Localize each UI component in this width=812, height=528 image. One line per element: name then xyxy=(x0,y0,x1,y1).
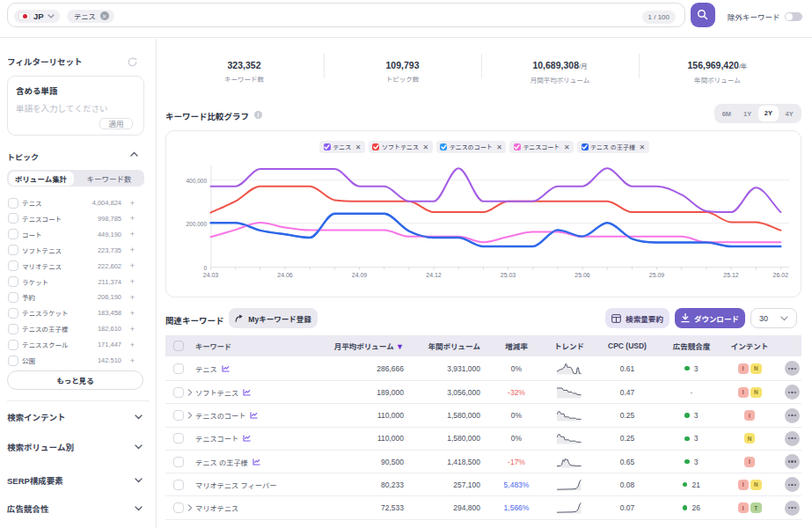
svg-text:200,000: 200,000 xyxy=(187,221,208,227)
svg-text:24.06: 24.06 xyxy=(277,272,293,278)
svg-text:400,000: 400,000 xyxy=(187,178,208,184)
svg-text:26.02: 26.02 xyxy=(773,272,789,278)
svg-text:24.12: 24.12 xyxy=(426,272,442,278)
svg-text:25.12: 25.12 xyxy=(723,272,739,278)
svg-text:25.03: 25.03 xyxy=(501,272,516,278)
svg-text:25.06: 25.06 xyxy=(574,272,590,278)
svg-text:0: 0 xyxy=(203,265,207,271)
svg-text:24.09: 24.09 xyxy=(352,272,368,278)
svg-text:25.09: 25.09 xyxy=(649,272,665,278)
svg-text:24.03: 24.03 xyxy=(203,272,219,278)
